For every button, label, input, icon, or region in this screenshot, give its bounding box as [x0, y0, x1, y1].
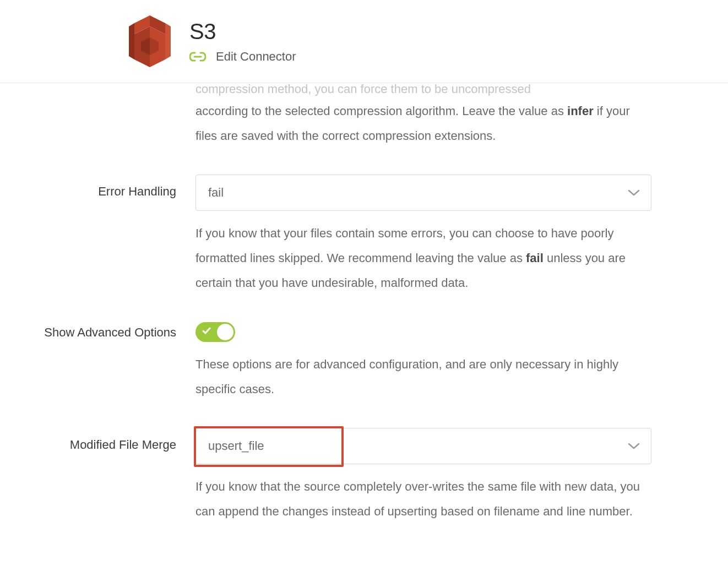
toggle-knob: [217, 324, 233, 340]
control-modified-file-merge: upsert_file If you know that the source …: [195, 428, 651, 524]
edit-connector-link[interactable]: Edit Connector: [216, 50, 296, 64]
select-error-handling-value: fail: [208, 186, 224, 200]
help-show-advanced: These options are for advanced configura…: [195, 352, 651, 401]
label-modified-file-merge: Modified File Merge: [0, 428, 195, 452]
compression-help-truncated: compression method, you can force them t…: [0, 80, 728, 148]
help-error-handling-bold: fail: [526, 251, 544, 265]
svg-marker-2: [129, 23, 134, 59]
check-icon: [202, 327, 211, 337]
s3-icon: [127, 15, 173, 67]
link-icon: [189, 51, 206, 62]
row-error-handling: Error Handling fail If you know that you…: [0, 175, 728, 295]
label-show-advanced: Show Advanced Options: [0, 322, 195, 341]
compression-help-bold: infer: [567, 104, 594, 118]
control-error-handling: fail If you know that your files contain…: [195, 175, 651, 295]
header-text: S3 Edit Connector: [189, 19, 296, 64]
header-subtitle-row: Edit Connector: [189, 50, 296, 64]
select-modified-file-merge[interactable]: upsert_file: [195, 428, 651, 464]
page-header: S3 Edit Connector: [0, 0, 728, 83]
row-modified-file-merge: Modified File Merge upsert_file If you k…: [0, 428, 728, 524]
row-show-advanced: Show Advanced Options These options are …: [0, 322, 728, 401]
select-error-handling[interactable]: fail: [195, 175, 651, 211]
compression-help-rest: according to the selected compression al…: [195, 99, 651, 148]
help-error-handling: If you know that your files contain some…: [195, 221, 651, 295]
truncated-line-1: compression method, you can force them t…: [195, 80, 651, 99]
help-modified-file-merge: If you know that the source completely o…: [195, 474, 651, 524]
form-content: compression method, you can force them t…: [0, 80, 728, 524]
select-modified-file-merge-value: upsert_file: [208, 439, 264, 453]
chevron-down-icon: [628, 186, 640, 200]
label-error-handling: Error Handling: [0, 175, 195, 199]
control-show-advanced: These options are for advanced configura…: [195, 322, 651, 401]
svg-marker-3: [165, 23, 171, 59]
toggle-show-advanced[interactable]: [195, 322, 235, 342]
compression-help-pre: according to the selected compression al…: [195, 104, 567, 118]
page-title: S3: [189, 19, 296, 44]
chevron-down-icon: [628, 439, 640, 453]
